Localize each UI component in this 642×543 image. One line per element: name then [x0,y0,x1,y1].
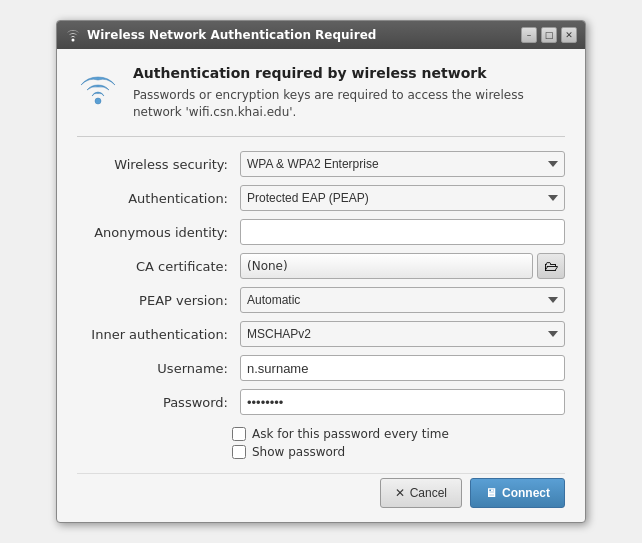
inner-auth-select[interactable]: MSCHAPv2 MD5 GTC [240,321,565,347]
ask-password-label[interactable]: Ask for this password every time [252,427,449,441]
ask-password-row: Ask for this password every time [232,427,565,441]
authentication-select[interactable]: Protected EAP (PEAP) TLS LEAP Tunneled T… [240,185,565,211]
titlebar: Wireless Network Authentication Required… [57,21,585,49]
username-label: Username: [77,361,232,376]
form-grid: Wireless security: WPA & WPA2 Enterprise… [77,151,565,415]
header-title: Authentication required by wireless netw… [133,65,565,81]
connect-label: Connect [502,486,550,500]
peap-version-select[interactable]: Automatic Version 0 Version 1 [240,287,565,313]
dialog-content: Authentication required by wireless netw… [57,49,585,523]
wireless-security-label: Wireless security: [77,157,232,172]
authentication-label: Authentication: [77,191,232,206]
titlebar-controls: – □ ✕ [521,27,577,43]
username-control [240,355,565,381]
folder-icon: 🗁 [544,258,558,274]
show-password-label[interactable]: Show password [252,445,345,459]
ca-cert-row: (None) 🗁 [240,253,565,279]
window-icon [65,27,81,43]
wireless-security-select[interactable]: WPA & WPA2 Enterprise None WEP 40/128-bi… [240,151,565,177]
titlebar-title: Wireless Network Authentication Required [87,28,376,42]
username-input[interactable] [240,355,565,381]
main-window: Wireless Network Authentication Required… [56,20,586,524]
wireless-security-control: WPA & WPA2 Enterprise None WEP 40/128-bi… [240,151,565,177]
inner-auth-label: Inner authentication: [77,327,232,342]
ca-cert-text: (None) [240,253,533,279]
show-password-row: Show password [232,445,565,459]
close-button[interactable]: ✕ [561,27,577,43]
password-label: Password: [77,395,232,410]
cancel-label: Cancel [410,486,447,500]
header-text: Authentication required by wireless netw… [133,65,565,121]
minimize-button[interactable]: – [521,27,537,43]
buttons-section: ✕ Cancel 🖥 Connect [77,473,565,508]
anonymous-identity-input[interactable] [240,219,565,245]
svg-point-0 [72,38,75,41]
wifi-icon [77,69,119,114]
ask-password-checkbox[interactable] [232,427,246,441]
checkboxes-section: Ask for this password every time Show pa… [232,427,565,459]
titlebar-left: Wireless Network Authentication Required [65,27,376,43]
inner-auth-control: MSCHAPv2 MD5 GTC [240,321,565,347]
ca-certificate-control: (None) 🗁 [240,253,565,279]
maximize-button[interactable]: □ [541,27,557,43]
cancel-button[interactable]: ✕ Cancel [380,478,462,508]
peap-version-label: PEAP version: [77,293,232,308]
divider [77,136,565,137]
peap-version-control: Automatic Version 0 Version 1 [240,287,565,313]
show-password-checkbox[interactable] [232,445,246,459]
header-description: Passwords or encryption keys are require… [133,87,565,121]
anonymous-identity-label: Anonymous identity: [77,225,232,240]
authentication-control: Protected EAP (PEAP) TLS LEAP Tunneled T… [240,185,565,211]
password-input[interactable] [240,389,565,415]
anonymous-identity-control [240,219,565,245]
svg-point-1 [95,98,101,104]
header-section: Authentication required by wireless netw… [77,65,565,121]
password-control [240,389,565,415]
connect-icon: 🖥 [485,486,497,500]
ca-certificate-label: CA certificate: [77,259,232,274]
ca-cert-browse-button[interactable]: 🗁 [537,253,565,279]
connect-button[interactable]: 🖥 Connect [470,478,565,508]
cancel-icon: ✕ [395,486,405,500]
